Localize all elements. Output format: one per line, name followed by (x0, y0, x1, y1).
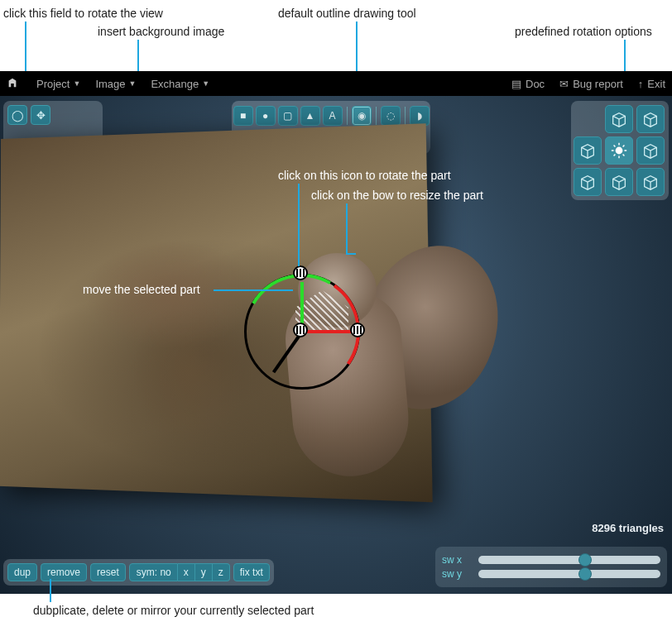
circle-icon: ● (262, 110, 268, 122)
preset-bottom-right[interactable] (636, 168, 665, 196)
annot-rotate-part: click on this icon to rotate the part (278, 169, 451, 182)
sym-toggle-group: sym: no x y z (129, 563, 230, 581)
triangle-count: 8296 triangles (592, 522, 664, 534)
preset-top-right[interactable] (636, 105, 665, 133)
tool-rect[interactable]: ■ (233, 106, 253, 126)
disc-solid-icon: ◉ (358, 110, 366, 122)
sym-y[interactable]: y (195, 563, 213, 581)
fix-txt-button[interactable]: fix txt (233, 563, 270, 581)
slider-thumb[interactable] (578, 553, 592, 567)
tool-outline-dashed[interactable]: ◌ (381, 106, 401, 126)
app-logo-icon (7, 77, 22, 91)
slider-swy[interactable] (478, 570, 660, 578)
annot-rotate-field: click this field to rotate the view (3, 7, 163, 20)
slider-swx-label: sw x (442, 554, 470, 566)
doc-icon: ▤ (511, 78, 521, 90)
tool-circle[interactable]: ● (256, 106, 276, 126)
svg-point-0 (616, 147, 622, 153)
preset-center-light[interactable] (605, 136, 633, 165)
annot-line (214, 289, 293, 291)
gizmo-axis-x[interactable] (302, 330, 352, 333)
preset-bottom-left[interactable] (574, 168, 602, 196)
move-icon: ✥ (36, 109, 46, 122)
menu-exit[interactable]: ↑Exit (638, 78, 665, 90)
dup-button[interactable]: dup (7, 563, 37, 581)
mail-icon: ✉ (559, 78, 569, 90)
toolbar-divider (405, 107, 406, 125)
tool-outline-solid[interactable]: ◉ (352, 106, 372, 126)
tool-half[interactable]: ◗ (410, 106, 430, 126)
tool-roundrect[interactable]: ▢ (278, 106, 298, 126)
slider-thumb[interactable] (578, 567, 592, 581)
orbit-mode-button[interactable]: ◯ (7, 105, 27, 125)
annot-line (50, 579, 51, 602)
tool-text[interactable]: A (323, 106, 343, 126)
preset-right[interactable] (636, 136, 665, 165)
menu-doc[interactable]: ▤Doc (511, 78, 545, 90)
toolbar-divider (347, 107, 348, 125)
sym-x[interactable]: x (178, 563, 195, 581)
annot-outline-tool: default outline drawing tool (278, 7, 416, 20)
tool-triangle[interactable]: ▲ (300, 106, 320, 126)
chevron-down-icon: ▼ (129, 79, 137, 88)
disc-dashed-icon: ◌ (386, 110, 395, 122)
gizmo-resize-handle[interactable] (350, 323, 365, 337)
reset-button[interactable]: reset (90, 563, 126, 581)
menu-bar: Project▼ Image▼ Exchange▼ ▤Doc ✉Bug repo… (0, 71, 672, 96)
sym-label: sym: no (129, 563, 178, 581)
app-viewport: Project▼ Image▼ Exchange▼ ▤Doc ✉Bug repo… (0, 71, 672, 594)
slider-swy-label: sw y (442, 568, 470, 580)
triangle-icon: ▲ (305, 110, 315, 122)
rotation-presets-panel (571, 101, 669, 200)
square-icon: ■ (240, 110, 246, 122)
pan-mode-button[interactable]: ✥ (31, 105, 50, 125)
annot-line (346, 253, 356, 255)
chevron-down-icon: ▼ (202, 79, 209, 88)
preset-bottom[interactable] (605, 168, 633, 196)
annot-line (346, 203, 348, 253)
menu-bug-report[interactable]: ✉Bug report (559, 78, 623, 90)
annot-rot-presets: predefined rotation options (515, 25, 652, 38)
part-ops-bar: dup remove reset sym: no x y z fix txt (3, 559, 274, 586)
annot-insert-bg: insert background image (98, 25, 224, 38)
menu-project[interactable]: Project▼ (36, 78, 80, 90)
gizmo-rotate-handle[interactable] (293, 265, 308, 280)
half-icon: ◗ (417, 110, 422, 122)
transform-gizmo[interactable] (244, 274, 360, 390)
preset-top-left[interactable] (605, 105, 633, 133)
remove-button[interactable]: remove (41, 563, 87, 581)
sliders-panel: sw x sw y (435, 547, 667, 587)
arrow-up-icon: ↑ (638, 78, 644, 90)
chevron-down-icon: ▼ (73, 79, 80, 88)
annot-bottom-ops: dubplicate, delete or mirror your curren… (33, 604, 314, 617)
toolbar-divider (376, 107, 377, 125)
annot-move-part: move the selected part (83, 283, 200, 296)
slider-swx[interactable] (478, 556, 660, 564)
sym-z[interactable]: z (213, 563, 230, 581)
annot-line (298, 184, 300, 266)
menu-image[interactable]: Image▼ (95, 78, 136, 90)
preset-left[interactable] (574, 136, 602, 165)
orbit-icon: ◯ (12, 109, 24, 122)
text-icon: A (329, 110, 335, 122)
gizmo-move-handle[interactable] (293, 323, 308, 337)
annot-resize-part: click on the bow to resize the part (311, 189, 483, 202)
roundrect-icon: ▢ (283, 110, 292, 122)
menu-exchange[interactable]: Exchange▼ (151, 78, 209, 90)
